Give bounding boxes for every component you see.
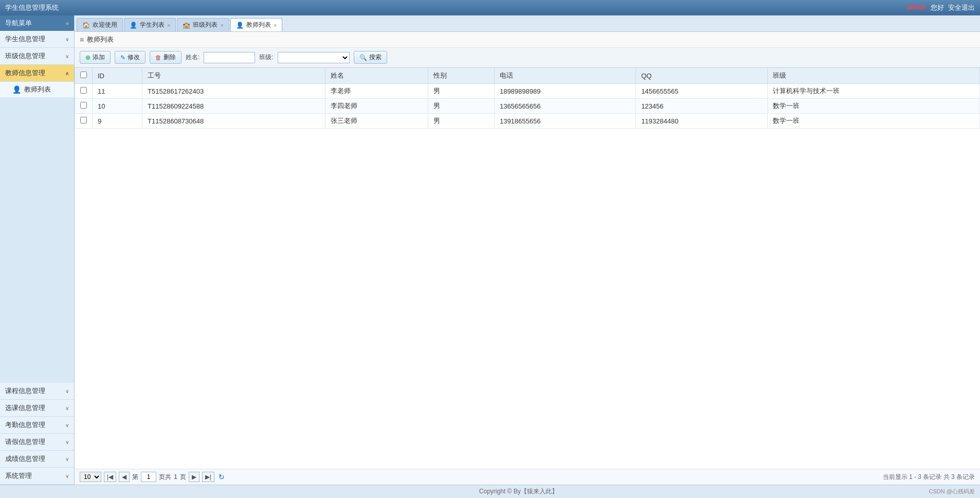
student-tab-icon: 👤 (130, 22, 137, 29)
page-number-input[interactable] (141, 472, 156, 482)
next-page-button[interactable]: ▶ (189, 472, 199, 482)
cell-phone: 18989898989 (494, 84, 636, 99)
sidebar-item-teacher-list[interactable]: 👤 教师列表 (0, 82, 74, 98)
page-content: ≡ 教师列表 ⊕ 添加 ✎ 修改 🗑 删除 姓名: 班级: (75, 32, 980, 485)
sidebar-item-student[interactable]: 学生信息管理 ∨ (0, 31, 74, 48)
logout-link[interactable]: 安全退出 (948, 3, 975, 12)
tab-student-list[interactable]: 👤 学生列表 × (124, 18, 176, 31)
course-arrow: ∨ (65, 388, 69, 394)
class-select[interactable]: 计算机科学与技术一班 数学一班 (278, 52, 350, 63)
cell-gender: 男 (428, 84, 495, 99)
welcome-tab-icon: 🏠 (82, 22, 90, 29)
tab-class-list[interactable]: 🏫 班级列表 × (177, 18, 229, 31)
main-layout: 导航菜单 « 学生信息管理 ∨ 班级信息管理 ∨ 教师信息管理 ∧ 👤 (0, 15, 980, 485)
cell-name: 李四老师 (325, 99, 428, 114)
cell-employee-id: T11528609224588 (142, 99, 325, 114)
first-page-button[interactable]: |◀ (104, 472, 116, 482)
cell-gender: 男 (428, 114, 495, 129)
sidebar-item-course[interactable]: 课程信息管理 ∨ (0, 383, 74, 400)
search-button[interactable]: 🔍 搜索 (354, 51, 387, 64)
row-checkbox-0[interactable] (80, 87, 87, 94)
tab-welcome-label: 欢迎使用 (93, 21, 117, 29)
sidebar-item-teacher[interactable]: 教师信息管理 ∧ (0, 65, 74, 82)
teacher-tab-icon: 👤 (236, 22, 244, 29)
page-size-select[interactable]: 10 20 50 (80, 472, 101, 482)
class-tab-icon: 🏫 (183, 22, 190, 29)
table-row: 10 T11528609224588 李四老师 男 13656565656 12… (75, 99, 980, 114)
sidebar-item-system-label: 系统管理 (5, 471, 32, 481)
row-checkbox-2[interactable] (80, 117, 87, 123)
username: admin (907, 3, 927, 12)
page-title-bar: ≡ 教师列表 (75, 32, 980, 48)
user-area: admin 您好 安全退出 (907, 3, 975, 12)
page-title: 教师列表 (87, 35, 114, 44)
edit-button[interactable]: ✎ 修改 (115, 51, 146, 64)
col-gender: 性别 (428, 68, 495, 84)
tab-welcome[interactable]: 🏠 欢迎使用 (77, 18, 123, 31)
cell-id: 10 (93, 99, 142, 114)
col-qq: QQ (636, 68, 767, 84)
table-area: ID 工号 姓名 性别 电话 QQ 班级 11 T5152861726 (75, 67, 980, 469)
page-label-end: 页 (180, 473, 186, 482)
delete-button[interactable]: 🗑 删除 (150, 51, 182, 64)
sidebar-item-student-label: 学生信息管理 (5, 34, 45, 44)
cell-phone: 13918655656 (494, 114, 636, 129)
nav-group-teacher: 教师信息管理 ∧ 👤 教师列表 (0, 65, 74, 98)
add-button[interactable]: ⊕ 添加 (80, 51, 111, 64)
tab-teacher-close[interactable]: × (274, 22, 277, 28)
footer-copyright: Copyright © By【猿来入此】 (108, 487, 929, 496)
sidebar-item-select[interactable]: 选课信息管理 ∨ (0, 400, 74, 417)
select-all-checkbox[interactable] (80, 72, 87, 78)
select-arrow: ∨ (65, 405, 69, 411)
tab-student-close[interactable]: × (167, 22, 170, 28)
cell-name: 李老师 (325, 84, 428, 99)
col-id: ID (93, 68, 142, 84)
name-input[interactable] (204, 52, 255, 63)
add-label: 添加 (93, 53, 105, 62)
sidebar-item-course-label: 课程信息管理 (5, 386, 45, 396)
row-checkbox-1[interactable] (80, 102, 87, 109)
page-label-mid: 页共 (159, 473, 171, 482)
cell-qq: 1193284480 (636, 114, 767, 129)
system-arrow: ∨ (65, 473, 69, 479)
page-title-icon: ≡ (80, 35, 84, 44)
sidebar-item-class[interactable]: 班级信息管理 ∨ (0, 48, 74, 65)
sidebar-item-system[interactable]: 系统管理 ∨ (0, 468, 74, 485)
nav-group-class: 班级信息管理 ∨ (0, 48, 74, 65)
tab-teacher-list[interactable]: 👤 教师列表 × (230, 18, 282, 31)
prev-page-button[interactable]: ◀ (119, 472, 130, 482)
app-title: 学生信息管理系统 (5, 3, 59, 12)
page-label-pre: 第 (132, 473, 138, 482)
total-pages: 1 (174, 473, 177, 481)
leave-arrow: ∨ (65, 439, 69, 445)
greeting: 您好 (931, 3, 944, 12)
cell-qq: 123456 (636, 99, 767, 114)
sidebar-item-score[interactable]: 成绩信息管理 ∨ (0, 451, 74, 468)
sidebar-item-attendance[interactable]: 考勤信息管理 ∨ (0, 417, 74, 434)
row-checkbox-cell (75, 84, 93, 99)
sidebar-item-leave[interactable]: 请假信息管理 ∨ (0, 434, 74, 451)
tab-class-close[interactable]: × (220, 22, 223, 28)
footer: Copyright © By【猿来入此】 CSDN @心残码差 (0, 485, 980, 498)
col-checkbox (75, 68, 93, 84)
collapse-button[interactable]: « (66, 20, 69, 26)
cell-class: 数学一班 (767, 114, 979, 129)
teacher-table: ID 工号 姓名 性别 电话 QQ 班级 11 T5152861726 (75, 67, 980, 129)
cell-id: 11 (93, 84, 142, 99)
footer-watermark: CSDN @心残码差 (929, 488, 975, 495)
cell-class: 计算机科学与技术一班 (767, 84, 979, 99)
pagination-left: 10 20 50 |◀ ◀ 第 页共 1 页 ▶ ▶| ↻ (80, 472, 226, 482)
row-checkbox-cell (75, 99, 93, 114)
cell-class: 数学一班 (767, 99, 979, 114)
nav-group-student: 学生信息管理 ∨ (0, 31, 74, 48)
sidebar-item-score-label: 成绩信息管理 (5, 454, 45, 464)
edit-label: 修改 (128, 53, 140, 62)
cell-employee-id: T51528617262403 (142, 84, 325, 99)
last-page-button[interactable]: ▶| (202, 472, 214, 482)
col-phone: 电话 (494, 68, 636, 84)
nav-header: 导航菜单 « (0, 15, 74, 31)
table-row: 9 T11528608730648 张三老师 男 13918655656 119… (75, 114, 980, 129)
refresh-button[interactable]: ↻ (217, 473, 226, 481)
sidebar: 导航菜单 « 学生信息管理 ∨ 班级信息管理 ∨ 教师信息管理 ∧ 👤 (0, 15, 75, 485)
class-arrow: ∨ (65, 54, 69, 59)
